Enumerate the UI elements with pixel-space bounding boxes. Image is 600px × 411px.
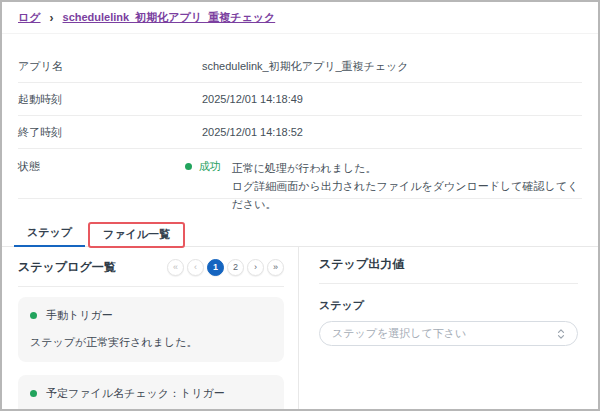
step-select-label: ステップ	[319, 298, 578, 313]
status-message: 正常に処理が行われました。 ログ詳細画面から出力されたファイルをダウンロードして…	[232, 159, 582, 213]
status-message-line2: ログ詳細画面から出力されたファイルをダウンロードして確認してください。	[232, 177, 582, 213]
start-time-value: 2025/12/01 14:18:49	[202, 93, 303, 105]
pagination-next-button[interactable]: ›	[247, 259, 264, 276]
pagination-page-1-button[interactable]: 1	[207, 259, 224, 276]
step-log-header: ステップログ一覧 « ‹ 1 2 › »	[18, 259, 284, 276]
pagination-page-2-button[interactable]: 2	[227, 259, 244, 276]
app-name-label: アプリ名	[18, 59, 202, 74]
step-output-title: ステップ出力値	[319, 256, 578, 273]
status-message-line1: 正常に処理が行われました。	[232, 159, 582, 177]
success-dot-icon	[30, 390, 37, 397]
step-log-card-header: 予定ファイル名チェック：トリガー	[30, 386, 272, 401]
step-log-card-message: ステップが正常実行されました。	[30, 335, 272, 350]
pagination-prev-button[interactable]: ‹	[187, 259, 204, 276]
step-log-panel: ステップログ一覧 « ‹ 1 2 › » 手動トリガー ステップが正常実行されま…	[2, 247, 299, 409]
tab-file-list[interactable]: ファイル一覧	[90, 227, 183, 246]
step-output-panel: ステップ出力値 ステップ ステップを選択して下さい	[299, 247, 598, 409]
end-time-label: 終了時刻	[18, 125, 202, 140]
breadcrumb-link-current[interactable]: schedulelink_初期化アプリ_重複チェック	[63, 10, 276, 25]
pagination-last-button[interactable]: »	[267, 259, 284, 276]
divider	[319, 283, 578, 284]
step-log-card[interactable]: 予定ファイル名チェック：トリガー ステップが正常実行されました。	[18, 375, 284, 411]
tab-step[interactable]: ステップ	[14, 225, 85, 247]
table-row-status: 状態 成功 正常に処理が行われました。 ログ詳細画面から出力されたファイルをダウ…	[18, 149, 582, 199]
divider	[18, 286, 284, 287]
table-row: アプリ名 schedulelink_初期化アプリ_重複チェック	[18, 50, 582, 83]
success-dot-icon	[185, 163, 192, 170]
pagination-first-button[interactable]: «	[167, 259, 184, 276]
end-time-value: 2025/12/01 14:18:52	[202, 126, 303, 138]
breadcrumb-link-log[interactable]: ログ	[18, 10, 41, 25]
status-value: 成功 正常に処理が行われました。 ログ詳細画面から出力されたファイルをダウンロー…	[185, 159, 582, 213]
start-time-label: 起動時刻	[18, 92, 202, 107]
table-row: 終了時刻 2025/12/01 14:18:52	[18, 116, 582, 149]
step-log-card[interactable]: 手動トリガー ステップが正常実行されました。	[18, 297, 284, 362]
annotation-highlight-box: ファイル一覧	[88, 222, 185, 248]
step-log-card-title: 手動トリガー	[46, 308, 113, 323]
breadcrumb: ログ › schedulelink_初期化アプリ_重複チェック	[2, 2, 598, 34]
status-label: 状態	[18, 159, 185, 174]
chevron-updown-icon	[557, 328, 565, 340]
table-row: 起動時刻 2025/12/01 14:18:49	[18, 83, 582, 116]
success-dot-icon	[30, 312, 37, 319]
log-detail-table: アプリ名 schedulelink_初期化アプリ_重複チェック 起動時刻 202…	[2, 34, 598, 199]
step-log-title: ステップログ一覧	[18, 259, 116, 276]
status-badge: 成功	[199, 159, 221, 174]
tab-bar: ステップ ファイル一覧	[2, 225, 598, 247]
tab-content: ステップログ一覧 « ‹ 1 2 › » 手動トリガー ステップが正常実行されま…	[2, 247, 598, 409]
step-select-dropdown[interactable]: ステップを選択して下さい	[319, 321, 578, 346]
app-name-value: schedulelink_初期化アプリ_重複チェック	[202, 59, 409, 74]
pagination: « ‹ 1 2 › »	[167, 259, 284, 276]
step-log-card-title: 予定ファイル名チェック：トリガー	[46, 386, 225, 401]
log-detail-page: ログ › schedulelink_初期化アプリ_重複チェック アプリ名 sch…	[0, 0, 600, 411]
chevron-right-icon: ›	[50, 12, 54, 24]
step-log-card-header: 手動トリガー	[30, 308, 272, 323]
step-select-placeholder: ステップを選択して下さい	[332, 326, 466, 341]
